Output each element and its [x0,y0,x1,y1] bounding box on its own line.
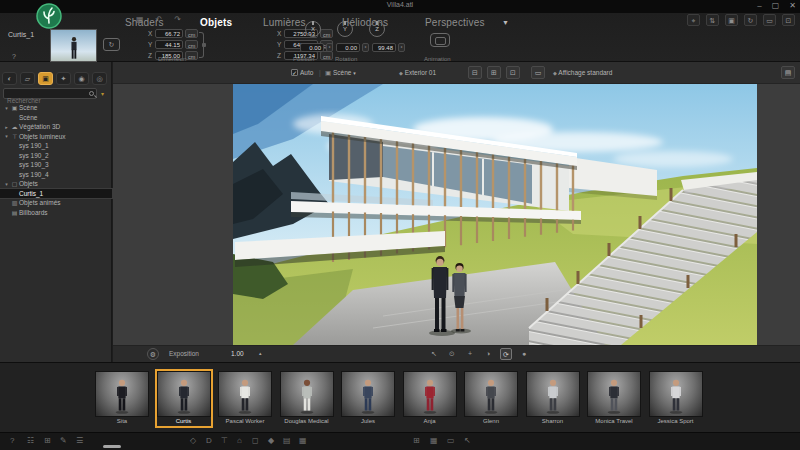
rot-y-stepper[interactable]: ° [362,43,369,52]
close-button[interactable]: ✕ [789,1,796,10]
catalog-item-pascal-worker[interactable]: Pascal Worker [216,369,274,428]
catalog-item-jules[interactable]: Jules [339,369,397,428]
rotation-dial-x[interactable]: X [305,21,321,37]
tree-item-sys190-3[interactable]: sys 190_3 [0,160,112,170]
catalog-item-curtis[interactable]: Curtis [155,369,213,428]
refresh-view-icon[interactable]: ⟳ [500,348,512,360]
tree-item-scene-child[interactable]: Scène [0,113,112,123]
decor-category-icon[interactable]: ◇ [190,436,196,445]
heliodon-list-icon[interactable]: ◉ [74,72,89,85]
duplicate-icon[interactable]: ▣ [725,14,738,26]
tree-item-sys190-1[interactable]: sys 190_1 [0,141,112,151]
animation-icon[interactable] [430,33,450,47]
media-list-icon[interactable]: ▱ [20,72,35,85]
catalog-item-sita[interactable]: Sita [93,369,151,428]
scene-selector[interactable]: ▣ Scène ▾ [325,69,356,77]
d-category-icon[interactable]: D [206,436,212,445]
search-filter-icon[interactable]: ▾ [101,90,104,97]
rot-z-stepper[interactable]: ° [398,43,405,52]
media-image-icon[interactable]: ▦ [430,436,438,445]
fit-view-icon[interactable]: ⊞ [487,66,501,79]
rot-x-stepper[interactable]: ° [326,43,333,52]
pivot-icon[interactable]: ↻ [103,38,120,51]
tree-item-vegetation[interactable]: ▸☁Végétation 3D [0,122,112,132]
translate-icon[interactable]: ⇅ [706,14,719,26]
lights-list-icon[interactable]: ✦ [56,72,71,85]
display-mode-selector[interactable]: ◆ Affichage standard [553,69,612,76]
tree-item-objects[interactable]: ▾▢Objets [0,179,112,189]
tree-item-billboards[interactable]: ▤Billboards [0,208,112,218]
pane-view-icon[interactable]: ⊡ [506,66,520,79]
objects-list-icon[interactable]: ▣ [38,72,53,85]
maximize-button[interactable]: ▢ [772,1,780,10]
tree-item-scene[interactable]: ▾▣Scène [0,103,112,113]
vegetation-icon: ☁ [10,123,19,130]
shaders-list-icon[interactable]: ◐ [2,72,17,85]
view-selector[interactable]: ◆ Exterior 01 [399,69,436,76]
media-grid-icon[interactable]: ⊞ [413,436,420,445]
box-category-icon[interactable]: ◻ [252,436,259,445]
dim-x-field[interactable]: 66.72 [155,29,183,38]
tree-item-sys190-4[interactable]: sys 190_4 [0,170,112,180]
dim-y-field[interactable]: 44.15 [155,40,183,49]
exposure-value[interactable]: 1.00 [231,350,244,357]
pin-icon: ◆ [399,70,403,76]
tab-objets[interactable]: Objets [200,17,232,28]
rot-z-field[interactable]: 99.48 [372,43,396,52]
catalog-item-monica-travel[interactable]: Monica Travel [585,369,643,428]
rot-y-field[interactable]: 0.00 [336,43,360,52]
screen-icon[interactable]: ⊡ [782,14,795,26]
printer-category-icon[interactable]: ▤ [283,436,291,445]
panel-icon[interactable]: ▤ [781,66,795,79]
list-icon[interactable]: ☰ [76,436,83,445]
catalog-item-glenn[interactable]: Glenn [462,369,520,428]
exposure-stepper-icon[interactable]: ▴ [259,350,262,356]
exposure-settings-icon[interactable]: ⚙ [147,348,159,360]
crop-icon[interactable]: ▭ [763,14,776,26]
cursor-icon[interactable]: ↖ [464,436,471,445]
people-category-icon[interactable]: ☷ [27,436,34,445]
misc-category-icon[interactable]: ◆ [268,436,274,445]
catalog-item-anja[interactable]: Anja [401,369,459,428]
zoom-tool-icon[interactable]: ⊙ [446,348,458,360]
object-preview [50,29,97,62]
plants-category-icon[interactable]: ✎ [60,436,67,445]
undo-icon[interactable]: ↶ [156,15,163,24]
grid-icon[interactable]: ▦ [136,15,144,24]
help-button[interactable]: ? [12,53,16,60]
tree-item-animated-objects[interactable]: ▥Objets animés [0,198,112,208]
render-view[interactable] [233,84,757,345]
tree-item-curtis[interactable]: Curtis_1 [0,189,112,199]
minimize-button[interactable]: – [757,1,761,10]
furniture-category-icon[interactable]: ⌂ [237,436,242,445]
hand-tool-icon[interactable]: ↖ [428,348,440,360]
display-rect-icon[interactable]: ▭ [531,66,545,79]
tab-perspectives[interactable]: Perspectives [425,17,485,28]
auto-checkbox[interactable]: ✓Auto [291,69,313,76]
building-category-icon[interactable]: ▦ [299,436,307,445]
catalog-item-douglas-medical[interactable]: Douglas Medical [278,369,336,428]
tree-item-light-objects[interactable]: ▾⊤Objets lumineux [0,132,112,142]
rotation-dial-y[interactable]: Y [337,21,353,37]
lamp-category-icon[interactable]: ⊤ [221,436,228,445]
catalog-item-sharron[interactable]: Sharron [524,369,582,428]
visibility-eye-icon[interactable]: ◎ [92,72,107,85]
tree-item-sys190-2[interactable]: sys 190_2 [0,151,112,161]
catalog-scrollbar[interactable] [103,445,121,448]
split-view-icon[interactable]: ⊟ [468,66,482,79]
rotate-icon[interactable]: ↻ [744,14,757,26]
catalog-item-jessica-sport[interactable]: Jessica Sport [647,369,705,428]
cart-icon[interactable]: ⌖ [687,14,700,26]
redo-icon[interactable]: ↷ [174,15,181,24]
help-icon[interactable]: ? [10,436,14,445]
rotation-dial-z[interactable]: Z [369,21,385,37]
contrast-icon[interactable]: ◑ [482,348,494,360]
tab-dropdown-icon[interactable]: ▼ [502,19,509,26]
vehicles-category-icon[interactable]: ⊞ [44,436,51,445]
dimension-link-bracket[interactable] [199,32,204,58]
render-sphere-icon[interactable]: ● [518,348,530,360]
tab-lumieres[interactable]: Lumières [263,17,306,28]
rot-x-field[interactable]: 0.00 [300,43,324,52]
media-card-icon[interactable]: ▭ [447,436,455,445]
pan-tool-icon[interactable]: + [464,348,476,360]
